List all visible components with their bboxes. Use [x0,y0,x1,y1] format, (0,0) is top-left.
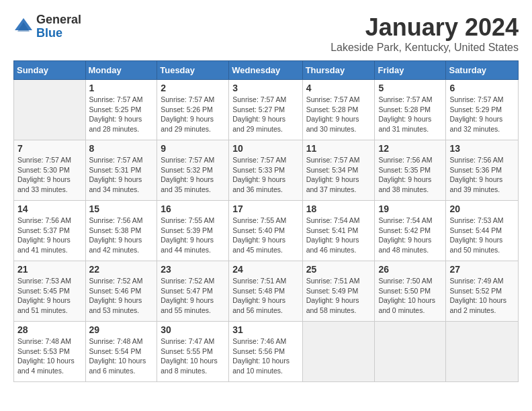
table-row: 29 Sunrise: 7:48 AM Sunset: 5:54 PM Dayl… [85,322,157,382]
table-row: 5 Sunrise: 7:57 AM Sunset: 5:28 PM Dayli… [375,80,446,140]
day-number: 4 [306,83,371,93]
sunset-text: Sunset: 5:27 PM [232,105,285,113]
day-info: Sunrise: 7:52 AM Sunset: 5:47 PM Dayligh… [161,276,225,316]
daylight-text: Daylight: 9 hours and 29 minutes. [161,115,214,133]
day-info: Sunrise: 7:57 AM Sunset: 5:27 PM Dayligh… [232,95,298,134]
daylight-text: Daylight: 9 hours and 33 minutes. [17,175,71,193]
table-row: 18 Sunrise: 7:54 AM Sunset: 5:41 PM Dayl… [302,201,375,261]
daylight-text: Daylight: 9 hours and 34 minutes. [89,175,142,193]
table-row: 28 Sunrise: 7:48 AM Sunset: 5:53 PM Dayl… [14,322,86,382]
sunset-text: Sunset: 5:52 PM [449,287,502,295]
table-row: 3 Sunrise: 7:57 AM Sunset: 5:27 PM Dayli… [229,80,302,140]
daylight-text: Daylight: 9 hours and 29 minutes. [232,115,285,133]
sunrise-text: Sunrise: 7:48 AM [89,337,143,345]
daylight-text: Daylight: 10 hours and 0 minutes. [378,296,435,314]
day-number: 1 [89,83,154,93]
sunrise-text: Sunrise: 7:54 AM [306,216,360,224]
day-number: 15 [89,203,154,214]
day-number: 26 [378,264,442,275]
day-number: 25 [306,264,371,275]
daylight-text: Daylight: 9 hours and 32 minutes. [449,115,502,133]
table-row: 15 Sunrise: 7:56 AM Sunset: 5:38 PM Dayl… [85,201,157,261]
sunrise-text: Sunrise: 7:57 AM [232,156,286,164]
logo-text: General Blue [36,13,81,40]
sunrise-text: Sunrise: 7:57 AM [306,95,360,103]
table-row: 20 Sunrise: 7:53 AM Sunset: 5:44 PM Dayl… [446,201,519,261]
sunset-text: Sunset: 5:42 PM [378,226,431,234]
sunrise-text: Sunrise: 7:57 AM [17,156,71,164]
day-number: 12 [378,143,442,154]
table-row: 4 Sunrise: 7:57 AM Sunset: 5:28 PM Dayli… [302,80,375,140]
sunset-text: Sunset: 5:34 PM [306,166,359,174]
table-row: 2 Sunrise: 7:57 AM Sunset: 5:26 PM Dayli… [157,80,229,140]
day-number: 23 [161,264,225,275]
day-info: Sunrise: 7:48 AM Sunset: 5:54 PM Dayligh… [89,336,154,376]
sunrise-text: Sunrise: 7:57 AM [378,95,432,103]
sunset-text: Sunset: 5:39 PM [161,226,213,234]
sunrise-text: Sunrise: 7:57 AM [161,95,214,103]
daylight-text: Daylight: 9 hours and 56 minutes. [232,296,285,314]
sunset-text: Sunset: 5:46 PM [89,287,142,295]
sunset-text: Sunset: 5:28 PM [306,105,359,113]
daylight-text: Daylight: 9 hours and 42 minutes. [89,236,142,254]
daylight-text: Daylight: 9 hours and 46 minutes. [306,236,359,254]
table-row: 17 Sunrise: 7:55 AM Sunset: 5:40 PM Dayl… [229,201,302,261]
day-info: Sunrise: 7:57 AM Sunset: 5:28 PM Dayligh… [306,95,371,134]
logo: General Blue [13,13,81,40]
day-number: 22 [89,264,154,275]
table-row: 13 Sunrise: 7:56 AM Sunset: 5:36 PM Dayl… [446,140,519,201]
sunrise-text: Sunrise: 7:46 AM [232,337,286,345]
day-info: Sunrise: 7:57 AM Sunset: 5:28 PM Dayligh… [378,95,442,134]
day-info: Sunrise: 7:48 AM Sunset: 5:53 PM Dayligh… [17,336,82,376]
sunrise-text: Sunrise: 7:57 AM [89,95,143,103]
sunrise-text: Sunrise: 7:56 AM [378,156,432,164]
day-info: Sunrise: 7:56 AM Sunset: 5:36 PM Dayligh… [449,155,515,195]
day-info: Sunrise: 7:46 AM Sunset: 5:56 PM Dayligh… [232,336,298,376]
table-row [14,80,86,140]
sunset-text: Sunset: 5:49 PM [306,287,359,295]
daylight-text: Daylight: 9 hours and 51 minutes. [17,296,71,314]
day-info: Sunrise: 7:54 AM Sunset: 5:42 PM Dayligh… [378,216,442,255]
sunset-text: Sunset: 5:38 PM [89,226,142,234]
day-info: Sunrise: 7:57 AM Sunset: 5:30 PM Dayligh… [17,155,82,195]
day-number: 29 [89,324,154,335]
daylight-text: Daylight: 9 hours and 28 minutes. [89,115,142,133]
sunrise-text: Sunrise: 7:57 AM [89,156,143,164]
location-title: Lakeside Park, Kentucky, United States [330,42,519,54]
daylight-text: Daylight: 9 hours and 55 minutes. [161,296,214,314]
sunrise-text: Sunrise: 7:51 AM [232,277,286,285]
table-row: 19 Sunrise: 7:54 AM Sunset: 5:42 PM Dayl… [375,201,446,261]
daylight-text: Daylight: 9 hours and 53 minutes. [89,296,142,314]
calendar-week-row: 14 Sunrise: 7:56 AM Sunset: 5:37 PM Dayl… [14,201,519,261]
sunset-text: Sunset: 5:53 PM [17,347,70,355]
sunrise-text: Sunrise: 7:48 AM [17,337,71,345]
daylight-text: Daylight: 10 hours and 6 minutes. [89,357,146,375]
sunset-text: Sunset: 5:50 PM [378,287,431,295]
sunrise-text: Sunrise: 7:56 AM [89,216,143,224]
day-number: 8 [89,143,154,154]
sunset-text: Sunset: 5:31 PM [89,166,142,174]
table-row: 8 Sunrise: 7:57 AM Sunset: 5:31 PM Dayli… [85,140,157,201]
table-row [302,322,375,382]
daylight-text: Daylight: 9 hours and 48 minutes. [378,236,431,254]
sunset-text: Sunset: 5:44 PM [449,226,502,234]
day-number: 10 [232,143,298,154]
day-number: 7 [17,143,82,154]
sunrise-text: Sunrise: 7:53 AM [449,216,503,224]
day-info: Sunrise: 7:57 AM Sunset: 5:25 PM Dayligh… [89,95,154,134]
daylight-text: Daylight: 9 hours and 38 minutes. [378,175,431,193]
day-info: Sunrise: 7:55 AM Sunset: 5:39 PM Dayligh… [161,216,225,255]
day-number: 20 [449,203,515,214]
day-info: Sunrise: 7:57 AM Sunset: 5:31 PM Dayligh… [89,155,154,195]
sunrise-text: Sunrise: 7:52 AM [161,277,214,285]
day-number: 14 [17,203,82,214]
daylight-text: Daylight: 9 hours and 36 minutes. [232,175,285,193]
daylight-text: Daylight: 9 hours and 35 minutes. [161,175,214,193]
table-row: 23 Sunrise: 7:52 AM Sunset: 5:47 PM Dayl… [157,261,229,322]
sunset-text: Sunset: 5:30 PM [17,166,70,174]
day-info: Sunrise: 7:57 AM Sunset: 5:29 PM Dayligh… [449,95,515,134]
day-number: 28 [17,324,82,335]
day-info: Sunrise: 7:51 AM Sunset: 5:49 PM Dayligh… [306,276,371,316]
logo-icon [13,17,34,37]
day-number: 3 [232,83,298,93]
